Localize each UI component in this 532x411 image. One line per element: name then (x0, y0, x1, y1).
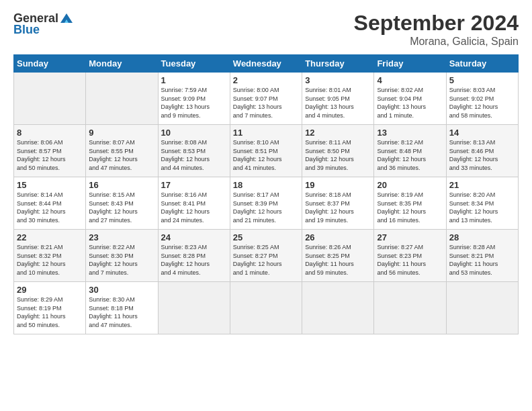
calendar-body: 1Sunrise: 7:59 AM Sunset: 9:09 PM Daylig… (14, 73, 519, 334)
empty-cell (446, 282, 518, 334)
empty-cell (302, 282, 374, 334)
calendar-week-3: 22Sunrise: 8:21 AM Sunset: 8:32 PM Dayli… (14, 230, 519, 282)
calendar-day-29: 29Sunrise: 8:29 AM Sunset: 8:19 PM Dayli… (14, 282, 86, 334)
logo-text: General Blue (13, 11, 75, 37)
day-info: Sunrise: 8:22 AM Sunset: 8:30 PM Dayligh… (89, 243, 154, 277)
calendar-table: SundayMondayTuesdayWednesdayThursdayFrid… (13, 54, 519, 334)
calendar-day-30: 30Sunrise: 8:30 AM Sunset: 8:18 PM Dayli… (86, 282, 158, 334)
calendar-day-1: 1Sunrise: 7:59 AM Sunset: 9:09 PM Daylig… (158, 73, 230, 125)
calendar-week-0: 1Sunrise: 7:59 AM Sunset: 9:09 PM Daylig… (14, 73, 519, 125)
day-info: Sunrise: 8:21 AM Sunset: 8:32 PM Dayligh… (17, 243, 83, 277)
day-info: Sunrise: 8:23 AM Sunset: 8:28 PM Dayligh… (161, 243, 227, 277)
calendar-day-2: 2Sunrise: 8:00 AM Sunset: 9:07 PM Daylig… (230, 73, 302, 125)
calendar-week-2: 15Sunrise: 8:14 AM Sunset: 8:44 PM Dayli… (14, 177, 519, 230)
day-info: Sunrise: 8:01 AM Sunset: 9:05 PM Dayligh… (305, 86, 371, 120)
day-number: 16 (89, 180, 154, 190)
day-number: 25 (233, 232, 299, 242)
day-number: 4 (377, 75, 443, 85)
calendar-header: SundayMondayTuesdayWednesdayThursdayFrid… (14, 55, 519, 73)
day-number: 17 (161, 180, 227, 190)
day-number: 22 (17, 232, 83, 242)
calendar-day-10: 10Sunrise: 8:08 AM Sunset: 8:53 PM Dayli… (158, 125, 230, 177)
calendar-day-28: 28Sunrise: 8:28 AM Sunset: 8:21 PM Dayli… (446, 230, 518, 282)
weekday-header-friday: Friday (374, 55, 446, 73)
day-number: 12 (305, 128, 371, 138)
calendar-day-22: 22Sunrise: 8:21 AM Sunset: 8:32 PM Dayli… (14, 230, 86, 282)
calendar-day-19: 19Sunrise: 8:18 AM Sunset: 8:37 PM Dayli… (302, 177, 374, 230)
empty-cell (14, 73, 86, 125)
day-info: Sunrise: 8:25 AM Sunset: 8:27 PM Dayligh… (233, 243, 299, 277)
day-info: Sunrise: 8:08 AM Sunset: 8:53 PM Dayligh… (161, 138, 227, 172)
calendar-day-23: 23Sunrise: 8:22 AM Sunset: 8:30 PM Dayli… (86, 230, 158, 282)
title-block: September 2024 Morana, Galicia, Spain (354, 11, 519, 48)
day-number: 5 (449, 75, 515, 85)
calendar-day-20: 20Sunrise: 8:19 AM Sunset: 8:35 PM Dayli… (374, 177, 446, 230)
day-number: 26 (305, 232, 371, 242)
empty-cell (86, 73, 158, 125)
page: General Blue September 2024 Morana, Gali… (0, 0, 532, 411)
calendar-day-16: 16Sunrise: 8:15 AM Sunset: 8:43 PM Dayli… (86, 177, 158, 230)
day-info: Sunrise: 8:11 AM Sunset: 8:50 PM Dayligh… (305, 138, 371, 172)
day-number: 23 (89, 232, 154, 242)
day-number: 18 (233, 180, 299, 190)
day-number: 24 (161, 232, 227, 242)
calendar-day-27: 27Sunrise: 8:27 AM Sunset: 8:23 PM Dayli… (374, 230, 446, 282)
weekday-header-thursday: Thursday (302, 55, 374, 73)
day-info: Sunrise: 8:00 AM Sunset: 9:07 PM Dayligh… (233, 86, 299, 120)
day-number: 9 (89, 128, 154, 138)
calendar-day-13: 13Sunrise: 8:12 AM Sunset: 8:48 PM Dayli… (374, 125, 446, 177)
day-number: 29 (17, 285, 83, 295)
calendar-day-5: 5Sunrise: 8:03 AM Sunset: 9:02 PM Daylig… (446, 73, 518, 125)
calendar-day-3: 3Sunrise: 8:01 AM Sunset: 9:05 PM Daylig… (302, 73, 374, 125)
day-number: 19 (305, 180, 371, 190)
day-number: 28 (449, 232, 515, 242)
day-number: 20 (377, 180, 443, 190)
day-number: 15 (17, 180, 83, 190)
weekday-header-tuesday: Tuesday (158, 55, 230, 73)
day-info: Sunrise: 7:59 AM Sunset: 9:09 PM Dayligh… (161, 86, 227, 120)
day-info: Sunrise: 8:20 AM Sunset: 8:34 PM Dayligh… (449, 191, 515, 224)
weekday-header-sunday: Sunday (14, 55, 86, 73)
day-number: 21 (449, 180, 515, 190)
day-info: Sunrise: 8:15 AM Sunset: 8:43 PM Dayligh… (89, 191, 154, 224)
calendar-day-9: 9Sunrise: 8:07 AM Sunset: 8:55 PM Daylig… (86, 125, 158, 177)
calendar-week-1: 8Sunrise: 8:06 AM Sunset: 8:57 PM Daylig… (14, 125, 519, 177)
day-number: 3 (305, 75, 371, 85)
day-info: Sunrise: 8:27 AM Sunset: 8:23 PM Dayligh… (377, 243, 443, 277)
day-number: 8 (17, 128, 83, 138)
header: General Blue September 2024 Morana, Gali… (13, 11, 519, 48)
calendar-day-26: 26Sunrise: 8:26 AM Sunset: 8:25 PM Dayli… (302, 230, 374, 282)
day-info: Sunrise: 8:02 AM Sunset: 9:04 PM Dayligh… (377, 86, 443, 120)
day-number: 2 (233, 75, 299, 85)
day-info: Sunrise: 8:16 AM Sunset: 8:41 PM Dayligh… (161, 191, 227, 224)
weekday-header-wednesday: Wednesday (230, 55, 302, 73)
day-number: 13 (377, 128, 443, 138)
day-info: Sunrise: 8:12 AM Sunset: 8:48 PM Dayligh… (377, 138, 443, 172)
empty-cell (374, 282, 446, 334)
calendar-day-18: 18Sunrise: 8:17 AM Sunset: 8:39 PM Dayli… (230, 177, 302, 230)
weekday-header-saturday: Saturday (446, 55, 518, 73)
day-info: Sunrise: 8:06 AM Sunset: 8:57 PM Dayligh… (17, 138, 83, 172)
calendar-day-15: 15Sunrise: 8:14 AM Sunset: 8:44 PM Dayli… (14, 177, 86, 230)
day-info: Sunrise: 8:07 AM Sunset: 8:55 PM Dayligh… (89, 138, 154, 172)
calendar-day-4: 4Sunrise: 8:02 AM Sunset: 9:04 PM Daylig… (374, 73, 446, 125)
day-info: Sunrise: 8:13 AM Sunset: 8:46 PM Dayligh… (449, 138, 515, 172)
day-number: 1 (161, 75, 227, 85)
calendar-week-4: 29Sunrise: 8:29 AM Sunset: 8:19 PM Dayli… (14, 282, 519, 334)
day-info: Sunrise: 8:28 AM Sunset: 8:21 PM Dayligh… (449, 243, 515, 277)
day-info: Sunrise: 8:26 AM Sunset: 8:25 PM Dayligh… (305, 243, 371, 277)
day-number: 30 (89, 285, 154, 295)
logo-icon (59, 11, 74, 26)
day-info: Sunrise: 8:10 AM Sunset: 8:51 PM Dayligh… (233, 138, 299, 172)
day-info: Sunrise: 8:29 AM Sunset: 8:19 PM Dayligh… (17, 295, 83, 329)
empty-cell (158, 282, 230, 334)
day-info: Sunrise: 8:19 AM Sunset: 8:35 PM Dayligh… (377, 191, 443, 224)
day-info: Sunrise: 8:30 AM Sunset: 8:18 PM Dayligh… (89, 295, 154, 329)
calendar-day-21: 21Sunrise: 8:20 AM Sunset: 8:34 PM Dayli… (446, 177, 518, 230)
month-title: September 2024 (354, 11, 519, 36)
weekday-header-monday: Monday (86, 55, 158, 73)
calendar-day-24: 24Sunrise: 8:23 AM Sunset: 8:28 PM Dayli… (158, 230, 230, 282)
calendar-day-12: 12Sunrise: 8:11 AM Sunset: 8:50 PM Dayli… (302, 125, 374, 177)
day-number: 10 (161, 128, 227, 138)
day-number: 27 (377, 232, 443, 242)
